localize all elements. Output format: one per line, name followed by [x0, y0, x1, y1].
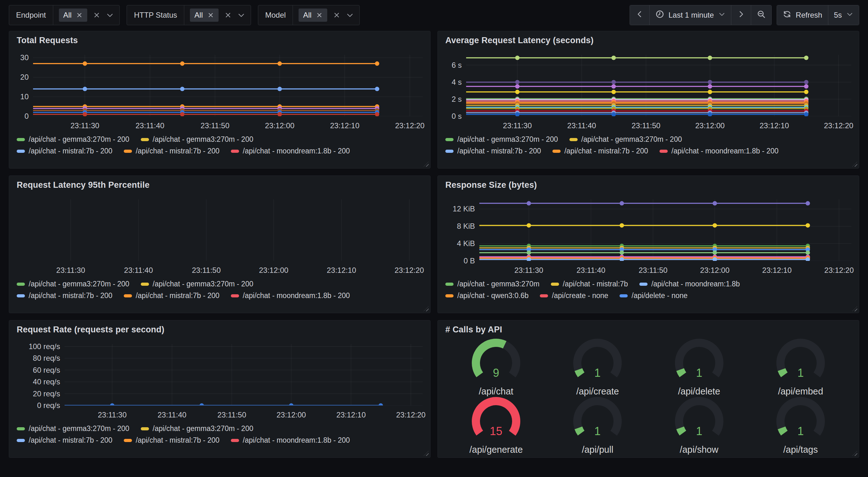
filter-label: Endpoint — [9, 5, 53, 25]
legend-item[interactable]: /api/chat - mistral:7b — [551, 280, 628, 288]
gauge: 9/api/chat — [445, 338, 547, 397]
gauge-value: 1 — [696, 366, 702, 379]
chevron-down-icon[interactable] — [238, 11, 245, 19]
time-shift-back-button[interactable] — [630, 5, 649, 25]
legend-series-color — [445, 294, 454, 297]
legend-row: /api/chat - gemma3:270m - 200/api/chat -… — [445, 135, 851, 144]
refresh-icon — [783, 10, 792, 21]
panel-resize-handle[interactable] — [424, 306, 429, 311]
y-axis-tick-label: 80 req/s — [33, 354, 60, 363]
legend-item[interactable]: /api/chat - mistral:7b - 200 — [124, 436, 219, 445]
legend-row: /api/chat - mistral:7b - 200/api/chat - … — [17, 147, 423, 155]
gauge-value: 9 — [493, 366, 499, 379]
legend-item[interactable]: /api/chat - mistral:7b - 200 — [445, 147, 541, 155]
filter-chip[interactable]: All — [190, 8, 219, 22]
panel-request-rate: Request Rate (requests per second) 0 req… — [9, 320, 431, 458]
legend-row: /api/chat - gemma3:270m - 200/api/chat -… — [17, 424, 423, 433]
x-axis: 23:11:3023:11:4023:11:5023:12:0023:12:10… — [479, 263, 851, 277]
x-axis-tick-label: 23:11:40 — [567, 121, 596, 130]
panel-resize-handle[interactable] — [852, 451, 857, 456]
panel-resize-handle[interactable] — [852, 161, 857, 167]
panel-resize-handle[interactable] — [424, 451, 429, 456]
legend-series-label: /api/chat - gemma3:270m - 200 — [29, 135, 129, 144]
legend-item[interactable]: /api/chat - moondream:1.8b - 200 — [231, 436, 350, 445]
gauge: 15/api/generate — [445, 397, 547, 455]
close-icon[interactable] — [316, 12, 323, 19]
legend-item[interactable]: /api/chat - gemma3:270m - 200 — [17, 424, 129, 433]
legend-series-label: /api/chat - mistral:7b - 200 — [136, 147, 219, 155]
legend-item[interactable]: /api/chat - mistral:7b - 200 — [17, 147, 113, 155]
filter-chip[interactable]: All — [299, 8, 327, 22]
legend-series-label: /api/chat - moondream:1.8b - 200 — [243, 147, 350, 155]
x-axis-tick-label: 23:12:20 — [824, 266, 854, 275]
legend-item[interactable]: /api/delete - none — [620, 292, 687, 300]
time-zoom-out-button[interactable] — [751, 5, 771, 25]
close-icon[interactable] — [93, 11, 100, 19]
clock-icon — [655, 10, 664, 21]
close-icon[interactable] — [333, 11, 340, 19]
legend: /api/chat - gemma3:270m - 200/api/chat -… — [17, 135, 423, 155]
close-icon[interactable] — [224, 11, 232, 19]
x-axis-tick-label: 23:12:00 — [277, 411, 306, 419]
refresh-button[interactable]: Refresh — [777, 5, 828, 25]
time-shift-forward-button[interactable] — [731, 5, 751, 25]
legend-series-label: /api/chat - moondream:1.8b - 200 — [672, 147, 779, 155]
legend-item[interactable]: /api/chat - gemma3:270m - 200 — [141, 135, 253, 144]
panel-average-request-latency: Average Request Latency (seconds) 0 s2 s… — [437, 31, 859, 169]
legend-item[interactable]: /api/chat - gemma3:270m - 200 — [141, 280, 253, 288]
panel-response-size: Response Size (bytes) 0 B4 KiB8 KiB12 Ki… — [437, 176, 859, 313]
chart-canvas — [17, 200, 423, 261]
legend-item[interactable]: /api/create - none — [540, 292, 608, 300]
legend-item[interactable]: /api/chat - gemma3:270m - 200 — [17, 135, 129, 144]
legend-item[interactable]: /api/chat - moondream:1.8b - 200 — [659, 147, 779, 155]
y-axis: 0 s2 s4 s6 s — [445, 55, 466, 116]
legend-series-color — [569, 138, 578, 141]
filter-chip[interactable]: All — [59, 8, 88, 22]
plot-area — [65, 344, 423, 406]
timeseries-chart: 0 s2 s4 s6 s23:11:3023:11:4023:11:5023:1… — [445, 55, 851, 155]
panel-resize-handle[interactable] — [852, 306, 857, 311]
legend-item[interactable]: /api/chat - mistral:7b - 200 — [124, 292, 219, 300]
legend-item[interactable]: /api/chat - gemma3:270m - 200 — [569, 135, 682, 144]
timeseries-chart: 23:11:3023:11:4023:11:5023:12:0023:12:10… — [17, 200, 423, 300]
time-range-picker-button[interactable]: Last 1 minute — [649, 5, 731, 25]
legend-item[interactable]: /api/chat - moondream:1.8b — [639, 280, 740, 288]
panel-resize-handle[interactable] — [424, 161, 429, 167]
x-axis-tick-label: 23:12:00 — [695, 121, 724, 130]
x-axis-tick-label: 23:11:30 — [514, 266, 543, 275]
legend-item[interactable]: /api/chat - mistral:7b - 200 — [124, 147, 219, 155]
legend-item[interactable]: /api/chat - gemma3:270m - 200 — [17, 280, 129, 288]
legend-item[interactable]: /api/chat - qwen3:0.6b — [445, 292, 528, 300]
refresh-interval-dropdown[interactable]: 5s — [828, 5, 859, 25]
x-axis-tick-label: 23:12:20 — [395, 121, 424, 130]
close-icon[interactable] — [207, 12, 214, 19]
filter-value-picker[interactable]: All — [293, 5, 359, 25]
legend-item[interactable]: /api/chat - gemma3:270m - 200 — [445, 135, 558, 144]
legend: /api/chat - gemma3:270m - 200/api/chat -… — [17, 280, 423, 300]
legend-item[interactable]: /api/chat - moondream:1.8b - 200 — [231, 147, 350, 155]
legend-item[interactable]: /api/chat - gemma3:270m — [445, 280, 539, 288]
filter-label: HTTP Status — [127, 5, 184, 25]
filter-value-picker[interactable]: All — [53, 5, 120, 25]
legend-item[interactable]: /api/chat - mistral:7b - 200 — [17, 436, 113, 445]
legend-item[interactable]: /api/chat - gemma3:270m - 200 — [141, 424, 253, 433]
legend-series-color — [445, 282, 454, 286]
y-axis-tick-label: 2 s — [452, 95, 462, 103]
time-controls: Last 1 minute Refresh — [629, 5, 860, 25]
legend-item[interactable]: /api/chat - moondream:1.8b - 200 — [231, 292, 350, 300]
x-axis-tick-label: 23:11:50 — [200, 121, 229, 130]
close-icon[interactable] — [76, 12, 83, 19]
filter-label: Model — [258, 5, 293, 25]
legend-series-color — [124, 294, 132, 297]
chevron-down-icon[interactable] — [106, 11, 114, 19]
x-axis: 23:11:3023:11:4023:11:5023:12:0023:12:10… — [33, 118, 423, 132]
legend-item[interactable]: /api/chat - mistral:7b - 200 — [552, 147, 648, 155]
timeseries-chart: 0 req/s20 req/s40 req/s60 req/s80 req/s1… — [17, 344, 423, 445]
legend-row: /api/chat - gemma3:270m - 200/api/chat -… — [17, 135, 423, 144]
chevron-down-icon[interactable] — [346, 11, 354, 19]
legend-item[interactable]: /api/chat - mistral:7b - 200 — [17, 292, 113, 300]
filter-value-picker[interactable]: All — [184, 5, 251, 25]
gauge-arc: 1 — [771, 338, 831, 386]
refresh-interval-label: 5s — [834, 11, 842, 20]
legend-series-label: /api/chat - mistral:7b - 200 — [29, 436, 113, 445]
